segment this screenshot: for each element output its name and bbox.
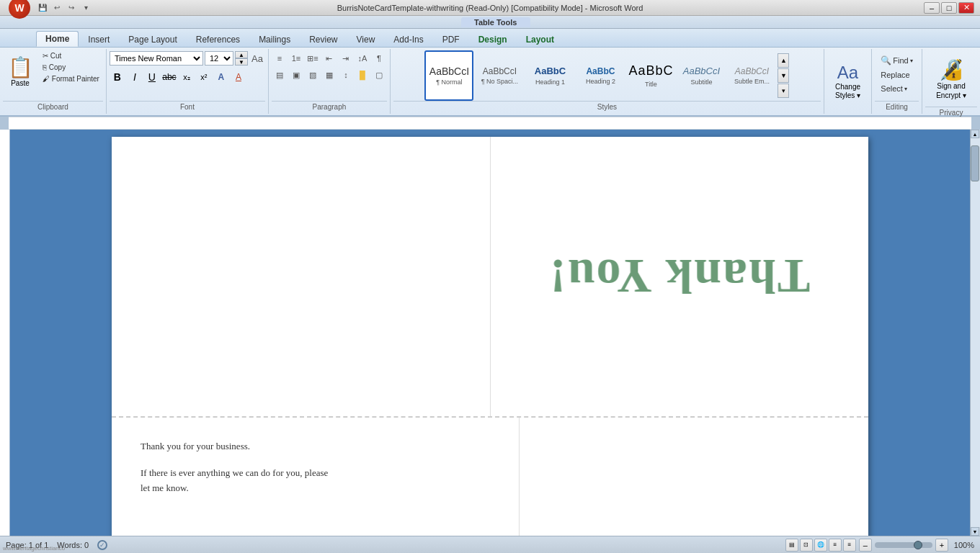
status-bar: Page: 1 of 1 Words: 0 ✓ ▤ ⊡ 🌐 ≡ ≡ – + 10… [0, 536, 980, 553]
tab-page-layout[interactable]: Page Layout [119, 32, 186, 47]
align-right-button[interactable]: ▧ [305, 67, 321, 83]
zoom-out-button[interactable]: – [859, 539, 872, 552]
styles-scroll-buttons: ▲ ▼ ▾ [778, 53, 789, 98]
underline-button[interactable]: U [144, 69, 160, 85]
cut-button[interactable]: ✂ Cut [39, 50, 103, 61]
find-button[interactable]: 🔍 Find ▾ [877, 53, 916, 68]
styles-scroll-down[interactable]: ▼ [778, 68, 789, 83]
tab-design[interactable]: Design [469, 32, 517, 47]
numbered-list-button[interactable]: 1≡ [288, 50, 304, 66]
styles-scroll-up[interactable]: ▲ [778, 53, 789, 68]
style-subtle-emphasis[interactable]: AaBbCcI Subtle Em... [727, 50, 776, 101]
font-name-select[interactable]: Times New Roman [110, 51, 203, 66]
scroll-thumb[interactable] [971, 145, 979, 181]
draft-button[interactable]: ≡ [843, 539, 856, 552]
editing-label: Editing [875, 101, 919, 112]
tab-insert[interactable]: Insert [79, 32, 119, 47]
styles-expand[interactable]: ▾ [778, 84, 789, 98]
maximize-button[interactable]: □ [941, 2, 957, 14]
italic-button[interactable]: I [127, 69, 143, 85]
tab-mailings[interactable]: Mailings [249, 32, 300, 47]
ribbon-tabs: Home Insert Page Layout References Maili… [0, 29, 980, 48]
ruler-container [0, 117, 980, 130]
scroll-track[interactable] [971, 138, 980, 527]
clear-format-button[interactable]: Aa [249, 50, 265, 66]
zoom-in-button[interactable]: + [935, 539, 948, 552]
borders-button[interactable]: ▢ [371, 67, 387, 83]
strikethrough-button[interactable]: abc [161, 69, 177, 85]
zoom-level[interactable]: 100% [954, 541, 974, 549]
save-button[interactable]: 💾 [36, 1, 49, 14]
style-subtitle[interactable]: AaBbCcI Subtitle [677, 50, 726, 101]
increase-indent-button[interactable]: ⇥ [338, 50, 354, 66]
table-tools-bar: Table Tools [0, 16, 980, 29]
style-heading1[interactable]: AaBbC Heading 1 [525, 50, 574, 101]
sign-encrypt-button[interactable]: 🔏 Sign andEncrypt ▾ [930, 53, 973, 104]
bullet-list-button[interactable]: ≡ [272, 50, 288, 66]
multilevel-list-button[interactable]: ⊞≡ [305, 50, 321, 66]
scroll-up-button[interactable]: ▲ [971, 130, 979, 138]
copy-button[interactable]: ⎘ Copy [39, 62, 103, 73]
tab-pdf[interactable]: PDF [433, 32, 469, 47]
sort-button[interactable]: ↕A [355, 50, 370, 66]
customize-button[interactable]: ▾ [79, 1, 92, 14]
outline-button[interactable]: ≡ [829, 539, 842, 552]
justify-button[interactable]: ▦ [321, 67, 337, 83]
main-area: Thank You! Thank you for your business. … [0, 130, 980, 536]
shading-button[interactable]: █ [355, 67, 370, 83]
minimize-button[interactable]: – [924, 2, 940, 14]
style-no-spacing[interactable]: AaBbCcI ¶ No Spaci... [475, 50, 524, 101]
align-left-button[interactable]: ▤ [272, 67, 288, 83]
page-top-half: Thank You! [112, 137, 868, 418]
style-heading2[interactable]: AaBbC Heading 2 [576, 50, 625, 101]
tab-layout[interactable]: Layout [517, 32, 564, 47]
zoom-thumb[interactable] [914, 541, 922, 549]
align-center-button[interactable]: ▣ [288, 67, 304, 83]
office-button[interactable]: W [9, 0, 30, 19]
print-layout-button[interactable]: ▤ [785, 539, 798, 552]
spelling-check-icon[interactable]: ✓ [97, 540, 107, 550]
tab-review[interactable]: Review [300, 32, 347, 47]
decrease-indent-button[interactable]: ⇤ [321, 50, 337, 66]
replace-button[interactable]: Replace [877, 68, 916, 81]
superscript-button[interactable]: x² [196, 69, 212, 85]
scroll-down-button[interactable]: ▼ [971, 527, 979, 536]
vertical-scrollbar[interactable]: ▲ ▼ [970, 130, 980, 536]
font-size-select[interactable]: 12 [205, 51, 233, 66]
clipboard-label: Clipboard [3, 101, 103, 112]
select-button[interactable]: Select ▾ [877, 82, 916, 95]
font-color-button[interactable]: A [231, 69, 246, 85]
document-scroll-area[interactable]: Thank You! Thank you for your business. … [10, 130, 970, 536]
style-title[interactable]: AaBbC Title [626, 50, 675, 101]
redo-button[interactable]: ↪ [65, 1, 78, 14]
paste-button[interactable]: 📋 Paste [3, 50, 37, 92]
doc-text-line2: If there is ever anything we can do for … [141, 466, 490, 481]
tab-view[interactable]: View [347, 32, 385, 47]
undo-button[interactable]: ↩ [50, 1, 63, 14]
page-bottom-half: Thank you for your business. If there is… [112, 418, 868, 536]
close-button[interactable]: ✕ [958, 2, 974, 14]
horizontal-ruler [9, 117, 971, 130]
web-layout-button[interactable]: 🌐 [814, 539, 827, 552]
font-size-increase-button[interactable]: ▲ [235, 51, 248, 58]
style-h2-preview: AaBbC [586, 66, 615, 76]
ruler-right-margin [971, 117, 980, 130]
change-styles-button[interactable]: Aa ChangeStyles ▾ [830, 60, 865, 102]
format-painter-button[interactable]: 🖌 Format Painter [39, 73, 103, 84]
line-spacing-button[interactable]: ↕ [338, 67, 354, 83]
font-size-decrease-button[interactable]: ▼ [235, 58, 248, 66]
tab-references[interactable]: References [187, 32, 249, 47]
tab-home[interactable]: Home [36, 31, 79, 47]
text-highlight-button[interactable]: A [213, 69, 229, 85]
show-formatting-button[interactable]: ¶ [371, 50, 387, 66]
bold-button[interactable]: B [110, 69, 125, 85]
zoom-slider[interactable] [875, 542, 932, 548]
quick-access-toolbar: 💾 ↩ ↪ ▾ [36, 1, 92, 14]
paragraph-label: Paragraph [272, 101, 387, 112]
change-styles-group: Aa ChangeStyles ▾ [824, 49, 872, 114]
full-screen-button[interactable]: ⊡ [800, 539, 813, 552]
tab-addins[interactable]: Add-Ins [384, 32, 432, 47]
subscript-button[interactable]: x₂ [179, 69, 195, 85]
style-normal[interactable]: AaBbCcI ¶ Normal [424, 50, 473, 101]
paragraph-group: ≡ 1≡ ⊞≡ ⇤ ⇥ ↕A ¶ ▤ ▣ ▧ ▦ ↕ █ ▢ Paragraph [269, 49, 391, 114]
